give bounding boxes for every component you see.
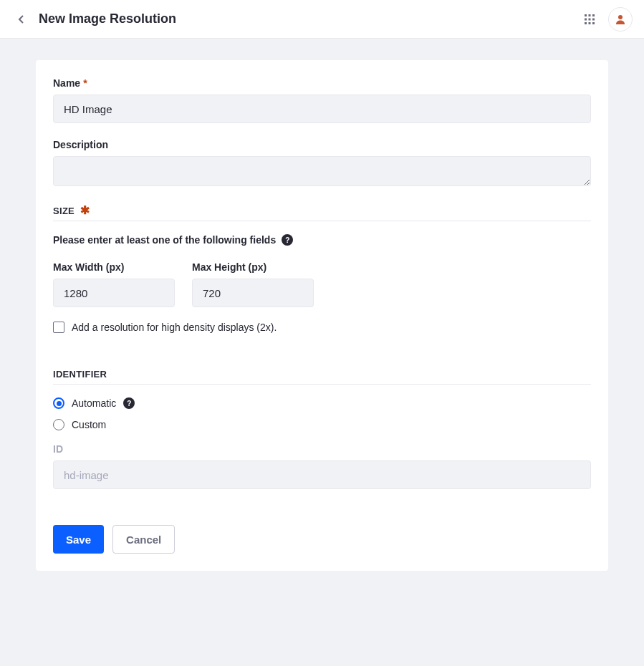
svg-rect-4 bbox=[589, 18, 591, 20]
header-bar: New Image Resolution bbox=[0, 0, 644, 39]
svg-rect-5 bbox=[592, 18, 595, 20]
svg-rect-8 bbox=[592, 22, 595, 24]
grid-icon bbox=[584, 14, 595, 25]
chevron-left-icon bbox=[16, 14, 27, 25]
size-help-row: Please enter at least one of the followi… bbox=[53, 234, 591, 246]
back-button[interactable] bbox=[11, 9, 32, 29]
user-avatar[interactable] bbox=[608, 7, 633, 32]
help-icon[interactable]: ? bbox=[123, 397, 135, 409]
max-height-input[interactable] bbox=[192, 279, 314, 307]
asterisk-icon: ✱ bbox=[80, 205, 90, 216]
size-section-title: SIZE bbox=[53, 206, 75, 216]
form-card: Name * Description SIZE ✱ Please enter a… bbox=[36, 60, 608, 571]
name-input[interactable] bbox=[53, 95, 591, 123]
automatic-label[interactable]: Automatic bbox=[72, 397, 116, 409]
custom-label[interactable]: Custom bbox=[72, 419, 106, 430]
identifier-section-header: IDENTIFIER bbox=[53, 369, 591, 385]
apps-button[interactable] bbox=[580, 9, 600, 29]
cancel-button[interactable]: Cancel bbox=[112, 525, 175, 554]
identifier-section-title: IDENTIFIER bbox=[53, 369, 107, 380]
name-label: Name * bbox=[53, 77, 591, 89]
size-help-text: Please enter at least one of the followi… bbox=[53, 234, 276, 246]
user-icon bbox=[615, 14, 626, 25]
main-content: Name * Description SIZE ✱ Please enter a… bbox=[0, 39, 644, 592]
high-density-label[interactable]: Add a resolution for high density displa… bbox=[72, 322, 277, 333]
svg-rect-0 bbox=[585, 14, 587, 16]
svg-rect-7 bbox=[589, 22, 591, 24]
id-label: ID bbox=[53, 443, 591, 455]
svg-point-9 bbox=[618, 15, 623, 19]
svg-rect-3 bbox=[585, 18, 587, 20]
save-button[interactable]: Save bbox=[53, 525, 104, 554]
custom-radio[interactable] bbox=[53, 419, 64, 430]
svg-rect-1 bbox=[589, 14, 591, 16]
size-section-header: SIZE ✱ bbox=[53, 205, 591, 221]
name-label-text: Name bbox=[53, 77, 80, 89]
svg-rect-6 bbox=[585, 22, 587, 24]
description-label: Description bbox=[53, 139, 591, 150]
max-width-input[interactable] bbox=[53, 279, 175, 307]
automatic-radio[interactable] bbox=[53, 397, 64, 409]
max-width-label: Max Width (px) bbox=[53, 261, 175, 273]
high-density-checkbox[interactable] bbox=[53, 322, 64, 333]
id-input bbox=[53, 460, 591, 489]
max-height-label: Max Height (px) bbox=[192, 261, 314, 273]
required-star-icon: * bbox=[83, 77, 87, 89]
help-icon[interactable]: ? bbox=[282, 234, 293, 246]
page-title: New Image Resolution bbox=[39, 11, 176, 26]
svg-rect-2 bbox=[592, 14, 595, 16]
description-input[interactable] bbox=[53, 156, 591, 186]
